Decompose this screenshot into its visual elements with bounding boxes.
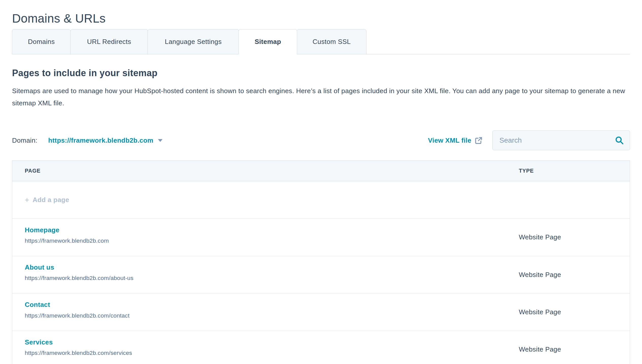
domain-select-value: https://framework.blendb2b.com xyxy=(48,137,153,144)
domain-select-button[interactable]: https://framework.blendb2b.com xyxy=(48,137,163,144)
table-row: Services https://framework.blendb2b.com/… xyxy=(12,331,630,364)
table-row: Contact https://framework.blendb2b.com/c… xyxy=(12,293,630,331)
page-link-contact[interactable]: Contact xyxy=(25,300,50,309)
table-row: Homepage https://framework.blendb2b.com … xyxy=(12,219,630,256)
tab-language-settings[interactable]: Language Settings xyxy=(148,29,239,55)
search-input[interactable] xyxy=(493,131,630,150)
page-title: Domains & URLs xyxy=(12,11,630,26)
plus-icon: + xyxy=(25,196,29,204)
tab-url-redirects[interactable]: URL Redirects xyxy=(70,29,148,55)
column-header-page: PAGE xyxy=(12,168,506,174)
sitemap-table: PAGE TYPE + Add a page Homepage https://… xyxy=(12,160,630,364)
toolbar-right: View XML file xyxy=(428,130,630,151)
domain-label: Domain: xyxy=(12,137,37,144)
page-link-homepage[interactable]: Homepage xyxy=(25,225,59,235)
domain-picker: Domain: https://framework.blendb2b.com xyxy=(12,137,162,144)
tab-bar: Domains URL Redirects Language Settings … xyxy=(12,29,630,55)
page-url: https://framework.blendb2b.com xyxy=(25,237,506,245)
type-cell: Website Page xyxy=(506,256,630,293)
search-icon[interactable] xyxy=(615,136,624,145)
add-page-label: Add a page xyxy=(33,196,69,204)
view-xml-file-label: View XML file xyxy=(428,137,471,144)
page-link-services[interactable]: Services xyxy=(25,338,53,347)
page-cell: Services https://framework.blendb2b.com/… xyxy=(12,331,506,364)
tab-domains[interactable]: Domains xyxy=(12,29,71,55)
add-page-row: + Add a page xyxy=(12,181,630,219)
type-cell: Website Page xyxy=(506,331,630,364)
page-cell: Homepage https://framework.blendb2b.com xyxy=(12,219,506,256)
tab-sitemap[interactable]: Sitemap xyxy=(238,29,297,55)
add-page-cell: + Add a page xyxy=(12,196,506,204)
search-box xyxy=(492,130,630,151)
page-cell: Contact https://framework.blendb2b.com/c… xyxy=(12,293,506,330)
table-header-row: PAGE TYPE xyxy=(12,161,630,181)
tab-custom-ssl[interactable]: Custom SSL xyxy=(297,29,366,55)
type-cell: Website Page xyxy=(506,219,630,256)
settings-page: Domains & URLs Domains URL Redirects Lan… xyxy=(0,11,642,364)
page-url: https://framework.blendb2b.com/contact xyxy=(25,311,506,320)
external-link-icon xyxy=(475,137,483,144)
add-page-button[interactable]: + Add a page xyxy=(25,196,69,204)
section-description: Sitemaps are used to manage how your Hub… xyxy=(12,85,630,109)
column-header-type: TYPE xyxy=(506,168,630,174)
page-url: https://framework.blendb2b.com/about-us xyxy=(25,274,506,282)
page-cell: About us https://framework.blendb2b.com/… xyxy=(12,256,506,293)
toolbar: Domain: https://framework.blendb2b.com V… xyxy=(12,130,630,151)
page-url: https://framework.blendb2b.com/services xyxy=(25,349,506,357)
table-row: About us https://framework.blendb2b.com/… xyxy=(12,256,630,293)
chevron-down-icon xyxy=(158,139,163,142)
view-xml-file-link[interactable]: View XML file xyxy=(428,137,483,144)
type-cell: Website Page xyxy=(506,293,630,330)
page-link-about-us[interactable]: About us xyxy=(25,263,54,272)
section-heading: Pages to include in your sitemap xyxy=(12,67,630,79)
